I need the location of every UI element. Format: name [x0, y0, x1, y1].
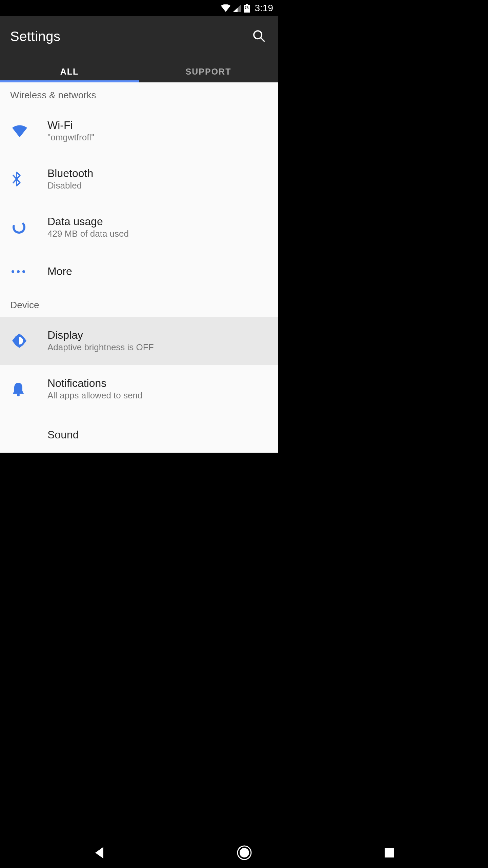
battery-icon: 78 [244, 4, 250, 13]
item-title: Notifications [47, 377, 268, 390]
search-icon [252, 39, 266, 44]
item-notifications[interactable]: Notifications All apps allowed to send [0, 365, 278, 413]
svg-rect-0 [246, 4, 248, 5]
tab-all[interactable]: ALL [0, 61, 139, 82]
tab-support[interactable]: SUPPORT [139, 61, 278, 82]
item-display[interactable]: Display Adaptive brightness is OFF [0, 317, 278, 365]
svg-point-4 [12, 220, 26, 235]
search-button[interactable] [250, 27, 268, 46]
item-more[interactable]: More [0, 251, 278, 292]
item-title: Sound [47, 429, 268, 441]
item-subtitle: "omgwtfrofl" [47, 132, 268, 143]
item-subtitle: Adaptive brightness is OFF [47, 342, 268, 353]
svg-point-6 [17, 394, 20, 396]
item-title: More [47, 265, 268, 278]
item-title: Wi-Fi [47, 119, 268, 132]
bell-icon [10, 381, 47, 396]
item-data-usage[interactable]: Data usage 429 MB of data used [0, 203, 278, 251]
item-wifi[interactable]: Wi-Fi "omgwtfrofl" [0, 107, 278, 155]
item-subtitle: 429 MB of data used [47, 229, 268, 239]
status-bar: 78 3:19 [0, 0, 278, 16]
item-subtitle: All apps allowed to send [47, 390, 268, 401]
clock-time: 3:19 [255, 3, 273, 14]
tabs: ALL SUPPORT [0, 61, 278, 82]
item-sound[interactable]: Sound [0, 413, 278, 453]
item-subtitle: Disabled [47, 180, 268, 191]
page-title: Settings [10, 29, 61, 44]
item-title: Bluetooth [47, 167, 268, 180]
brightness-icon [10, 333, 47, 349]
settings-list: Wireless & networks Wi-Fi "omgwtfrofl" B… [0, 82, 278, 453]
section-header-device: Device [0, 292, 278, 317]
item-title: Display [47, 329, 268, 341]
app-bar: Settings ALL SUPPORT [0, 16, 278, 82]
data-usage-icon [10, 220, 47, 235]
more-icon [10, 270, 47, 273]
battery-percent: 78 [245, 6, 249, 10]
bluetooth-icon [10, 172, 47, 186]
wifi-status-icon [221, 4, 230, 12]
svg-line-3 [261, 38, 265, 42]
svg-point-2 [254, 31, 262, 39]
section-header-wireless: Wireless & networks [0, 82, 278, 107]
item-bluetooth[interactable]: Bluetooth Disabled [0, 155, 278, 203]
item-title: Data usage [47, 215, 268, 228]
wifi-icon [10, 124, 47, 137]
cell-signal-icon [233, 4, 241, 12]
